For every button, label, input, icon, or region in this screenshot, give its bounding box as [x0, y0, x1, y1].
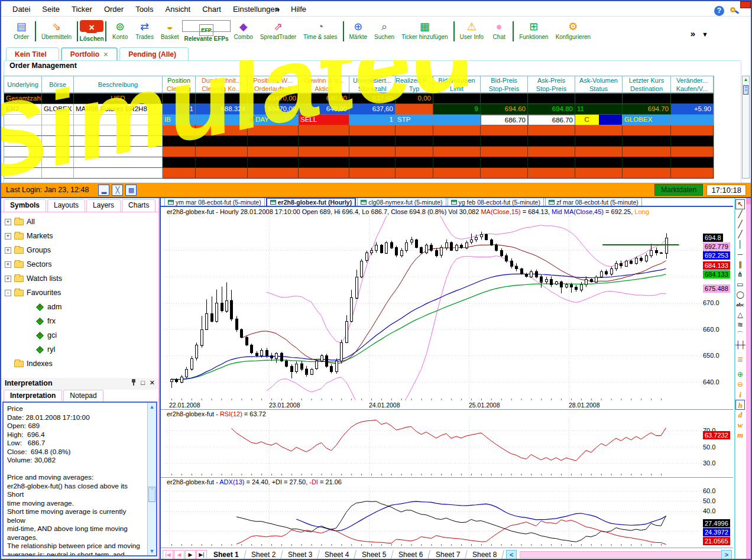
toolbar-button-spreadtrader[interactable]: ⇗ SpreadTrader	[257, 19, 300, 41]
tree-expander[interactable]: +	[5, 233, 11, 239]
parallel-lines-tool[interactable]: ∥	[735, 260, 745, 270]
menu-item[interactable]: Datei	[7, 4, 35, 15]
tree-item-all[interactable]: + All	[5, 215, 158, 229]
minimize-panel-button[interactable]: ▂	[98, 184, 109, 196]
extended-line-tool[interactable]: ╱	[735, 229, 745, 239]
tab-layers[interactable]: Layers	[86, 199, 121, 212]
interval-intraday-button[interactable]: i	[735, 390, 745, 400]
empty-row[interactable]	[4, 147, 714, 157]
horizontal-line-tool[interactable]: ─	[735, 250, 745, 260]
rsi-chart-canvas[interactable]	[164, 418, 702, 475]
triangle-tool[interactable]: △	[735, 310, 745, 320]
order-aktion[interactable]: SELL	[299, 115, 349, 125]
order-destination[interactable]: GLOBEX	[623, 115, 671, 125]
tab-portfolio[interactable]: Portfolio ✕	[61, 47, 118, 60]
empty-row[interactable]	[4, 168, 714, 179]
toolbar-separator[interactable]: ∙∙∙	[735, 350, 745, 355]
column-header-durchschnitt[interactable]: Durchschnit...Clearing Ko...	[196, 76, 248, 92]
sheet-tab-6[interactable]: Sheet 6	[391, 550, 430, 559]
collapse-arrows-button[interactable]: ╳	[112, 184, 123, 196]
tab-layouts[interactable]: Layouts	[47, 199, 85, 212]
toolbar-button-ticker-hinzufuegen[interactable]: ▦ Ticker hinzufügen	[398, 19, 452, 41]
pattern-button[interactable]: ▩	[125, 184, 137, 196]
toolbar-button-funktionen[interactable]: ⊞ Funktionen	[516, 19, 552, 41]
column-header-bid-volumen[interactable]: Bid-VolumenLimit	[433, 76, 481, 92]
toolbar-button-basket[interactable]: ◒ Basket	[157, 19, 183, 41]
ray-line-tool[interactable]: ╱	[735, 219, 745, 229]
toolbar-button-chat[interactable]: ● Chat	[487, 19, 511, 41]
sheet-tab-3[interactable]: Sheet 3	[281, 550, 320, 559]
sheet-next-button[interactable]: ▶	[185, 550, 196, 559]
position-row[interactable]: ER2 GLOBEX MAR08 Futures ER2H8 1 688.324…	[4, 104, 714, 115]
toolbar-button-uebermitteln[interactable]: ⇘ Übermitteln	[38, 19, 75, 41]
toolbar-button-order[interactable]: ▤ Order	[9, 19, 33, 41]
sheet-scrollbar-track[interactable]	[520, 551, 731, 558]
toolbar-separator[interactable]	[105, 21, 106, 41]
chart-tab-yg[interactable]: yg feb 08-ecbot-fut (5-minute)	[448, 198, 544, 206]
toolbar-button-trades[interactable]: ⇄ Trades	[132, 19, 157, 41]
trend-line-tool[interactable]: ╱	[735, 209, 745, 219]
fibonacci-levels-tool[interactable]: ≣	[735, 355, 745, 365]
menu-item[interactable]: Order	[99, 4, 129, 15]
interval-hourly-button[interactable]: h	[735, 400, 745, 410]
tree-item-indexes[interactable]: Indexes	[5, 357, 158, 371]
scrollbar-thumb[interactable]: ≡≡	[743, 85, 748, 95]
sheet-tab-1[interactable]: Sheet 1	[206, 550, 247, 559]
toolbar-button-user-info[interactable]: ⚠ User Info	[456, 19, 488, 41]
adx-chart-canvas[interactable]	[164, 486, 702, 546]
text-tool[interactable]: abc	[735, 300, 745, 310]
arc-tool[interactable]: ⌒	[735, 330, 745, 340]
tree-item-adm[interactable]: adm	[26, 300, 158, 314]
empty-row[interactable]	[4, 157, 714, 168]
chart-tab-ym[interactable]: ym mar 08-ecbot-fut (5-minute)	[164, 198, 265, 206]
key-icon[interactable]	[729, 6, 739, 16]
toolbar-button-time-sales[interactable]: ◔ Time & sales	[300, 19, 341, 41]
column-header-underlying[interactable]: Underlying	[4, 76, 42, 92]
tree-item-frx[interactable]: frx	[26, 314, 158, 328]
menu-overflow-chevron[interactable]: »	[272, 5, 283, 14]
menu-item[interactable]: Chart	[197, 4, 226, 15]
tree-item-gci[interactable]: gci	[26, 328, 158, 342]
tab-interpretation[interactable]: Interpretation	[4, 390, 62, 402]
menu-item[interactable]: Ticker	[66, 4, 98, 15]
toolbar-button-suchen[interactable]: ⌕ Suchen	[371, 19, 398, 41]
interval-monthly-button[interactable]: m	[735, 430, 745, 440]
sheet-tab-5[interactable]: Sheet 5	[355, 550, 394, 559]
order-stop-preis-1[interactable]: 686.70	[481, 115, 528, 125]
sheet-tab-2[interactable]: Sheet 2	[244, 550, 283, 559]
order-stueckzahl[interactable]: 1	[349, 115, 396, 125]
tree-expander[interactable]: +	[5, 261, 11, 268]
chart-vertical-scrollbar[interactable]	[746, 198, 752, 560]
column-header-veraenderung[interactable]: Veränder...Kaufen/V...	[671, 76, 714, 92]
interval-daily-button[interactable]: d	[735, 410, 745, 420]
column-header-letzter-kurs[interactable]: Letzter KursDestination	[623, 76, 671, 92]
sheet-tab-8[interactable]: Sheet 8	[465, 550, 504, 559]
column-header-boerse[interactable]: Börse	[42, 76, 74, 92]
vertical-line-tool[interactable]: │	[735, 239, 745, 250]
tree-item-markets[interactable]: + Markets	[5, 229, 158, 243]
pin-icon[interactable]	[131, 379, 136, 386]
pitchfork-tool[interactable]: ⋔	[735, 270, 745, 280]
tree-expander[interactable]: +	[5, 247, 11, 254]
toolbar-button-relevante-efps[interactable]: EFP Relevante EFPs	[182, 20, 230, 32]
price-chart-canvas[interactable]	[164, 216, 702, 400]
marktdaten-badge[interactable]: Marktdaten	[654, 184, 703, 196]
tab-pending-alle[interactable]: Pending (Alle)	[119, 47, 189, 60]
menu-item[interactable]: Seite	[37, 4, 65, 15]
sheet-prev-button[interactable]: ◀	[174, 550, 184, 559]
cycle-lines-tool[interactable]: ┼┼	[735, 340, 745, 350]
zoom-out-tool[interactable]: ⊖	[735, 380, 745, 390]
help-icon[interactable]: ?	[714, 6, 724, 16]
empty-row[interactable]	[4, 136, 714, 147]
tree-item-groups[interactable]: + Groups	[5, 243, 158, 257]
close-icon[interactable]: ✕	[150, 379, 155, 387]
tree-expander[interactable]: +	[5, 219, 11, 225]
toolbar-button-konto[interactable]: ⊚ Konto	[108, 19, 132, 41]
toolbar-separator[interactable]	[453, 21, 455, 41]
sheet-tab-7[interactable]: Sheet 7	[429, 550, 468, 559]
chart-tab-zf[interactable]: zf mar 08-ecbot-fut (5-minute)	[545, 198, 642, 206]
tab-charts[interactable]: Charts	[122, 199, 155, 212]
maximize-icon[interactable]: □	[141, 379, 145, 387]
toolbar-separator[interactable]	[513, 21, 514, 41]
toolbar-separator[interactable]	[35, 21, 36, 41]
